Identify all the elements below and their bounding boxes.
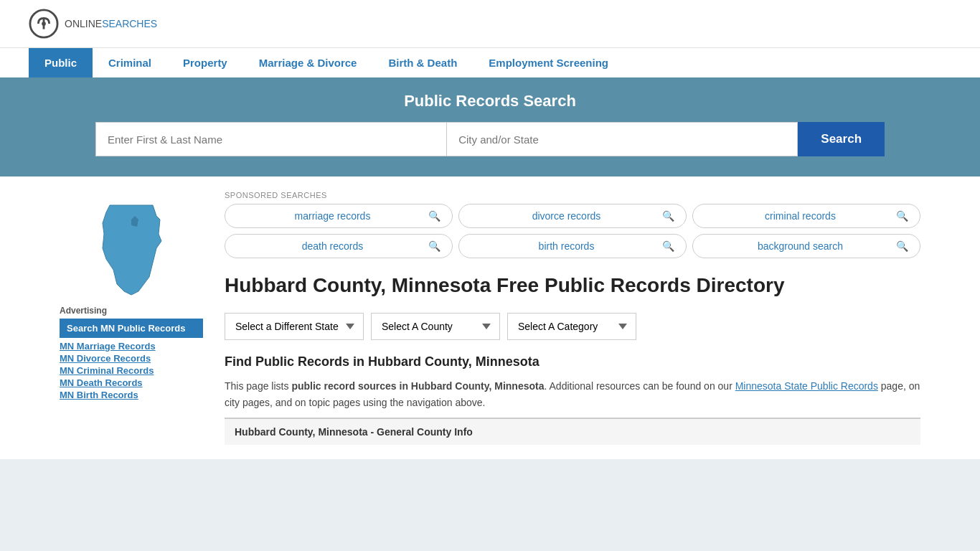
nav-item-marriage-divorce[interactable]: Marriage & Divorce [243, 48, 373, 77]
main-content: Advertising Search MN Public Records MN … [45, 176, 935, 459]
sponsored-item-birth-text: birth records [471, 240, 662, 252]
find-title: Find Public Records in Hubbard County, M… [225, 354, 920, 369]
sponsored-item-background-text: background search [705, 240, 896, 252]
nav-item-criminal[interactable]: Criminal [93, 48, 167, 77]
state-dropdown[interactable]: Select a Different State [225, 313, 364, 340]
sidebar-link-divorce[interactable]: MN Divorce Records [60, 353, 203, 364]
county-dropdown[interactable]: Select A County [371, 313, 500, 340]
svg-point-2 [42, 22, 46, 26]
search-icon-5: 🔍 [662, 240, 674, 252]
search-icon-2: 🔍 [662, 210, 674, 222]
nav-item-property[interactable]: Property [167, 48, 243, 77]
category-dropdown[interactable]: Select A Category [507, 313, 636, 340]
find-text-after: . Additional resources can be found on o… [545, 380, 735, 392]
sidebar-link-criminal[interactable]: MN Criminal Records [60, 365, 203, 376]
logo-online: ONLINE [65, 18, 102, 29]
sponsored-item-divorce-text: divorce records [471, 210, 662, 222]
find-text-before: This page lists [225, 380, 291, 392]
sponsored-item-marriage[interactable]: marriage records 🔍 [225, 204, 453, 228]
location-input[interactable] [446, 122, 798, 156]
sponsored-item-birth[interactable]: birth records 🔍 [458, 234, 687, 258]
logo-icon [29, 9, 59, 39]
mn-map [88, 198, 174, 298]
sponsored-item-death[interactable]: death records 🔍 [225, 234, 453, 258]
header: ONLINESEARCHES [0, 0, 980, 47]
content-area: SPONSORED SEARCHES marriage records 🔍 di… [217, 184, 920, 452]
name-input[interactable] [95, 122, 446, 156]
search-banner-title: Public Records Search [29, 92, 951, 110]
find-text-bold: public record sources in Hubbard County,… [291, 380, 544, 392]
sponsored-item-criminal[interactable]: criminal records 🔍 [692, 204, 920, 228]
sponsored-item-death-text: death records [237, 240, 428, 252]
sidebar-link-death[interactable]: MN Death Records [60, 377, 203, 388]
nav-item-public[interactable]: Public [29, 48, 93, 77]
sponsored-item-background[interactable]: background search 🔍 [692, 234, 920, 258]
search-button[interactable]: Search [798, 122, 885, 156]
sponsored-grid: marriage records 🔍 divorce records 🔍 cri… [225, 204, 920, 258]
page-title: Hubbard County, Minnesota Free Public Re… [225, 273, 920, 298]
sidebar-highlight[interactable]: Search MN Public Records [60, 319, 203, 338]
main-nav: Public Criminal Property Marriage & Divo… [0, 47, 980, 77]
search-icon-1: 🔍 [428, 210, 440, 222]
nav-item-birth-death[interactable]: Birth & Death [372, 48, 473, 77]
search-icon-3: 🔍 [896, 210, 908, 222]
sponsored-label: SPONSORED SEARCHES [225, 191, 920, 199]
logo-text: ONLINESEARCHES [65, 18, 157, 29]
advertising-label: Advertising [60, 306, 203, 316]
search-icon-4: 🔍 [428, 240, 440, 252]
sidebar-link-birth[interactable]: MN Birth Records [60, 390, 203, 400]
find-text-link[interactable]: Minnesota State Public Records [735, 380, 878, 392]
sponsored-item-criminal-text: criminal records [705, 210, 896, 222]
find-text: This page lists public record sources in… [225, 378, 920, 410]
logo: ONLINESEARCHES [29, 9, 157, 39]
logo-searches: SEARCHES [102, 18, 157, 29]
county-info-header: Hubbard County, Minnesota - General Coun… [225, 418, 920, 445]
sidebar-link-marriage[interactable]: MN Marriage Records [60, 341, 203, 352]
sponsored-item-divorce[interactable]: divorce records 🔍 [458, 204, 687, 228]
search-banner: Public Records Search Search [0, 77, 980, 176]
search-row: Search [95, 122, 885, 156]
search-icon-6: 🔍 [896, 240, 908, 252]
sidebar: Advertising Search MN Public Records MN … [60, 184, 203, 452]
dropdowns-row: Select a Different State Select A County… [225, 313, 920, 340]
nav-item-employment[interactable]: Employment Screening [473, 48, 624, 77]
sponsored-item-marriage-text: marriage records [237, 210, 428, 222]
